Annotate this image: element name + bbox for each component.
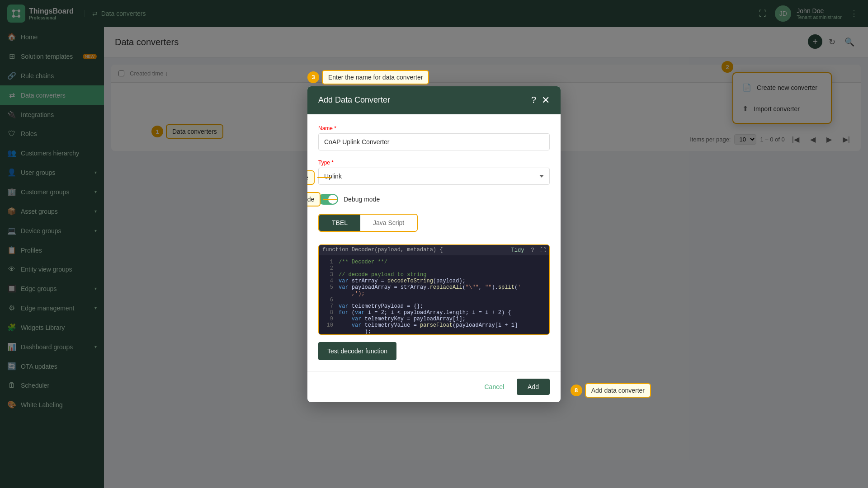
code-editor[interactable]: function Decoder(payload, metadata) { Ti… bbox=[318, 244, 550, 335]
function-type-tabs: TBEL Java Script bbox=[318, 214, 418, 232]
step8-badge: 8 bbox=[571, 385, 582, 396]
step3-badge: 3 bbox=[307, 71, 319, 83]
debug-label: Debug mode bbox=[344, 196, 380, 203]
name-input[interactable] bbox=[318, 133, 550, 150]
expand-icon[interactable]: ⛶ bbox=[540, 247, 546, 253]
modal-body: Name * Type * Uplink Downlink 4 bbox=[307, 114, 561, 371]
code-line-9: 9 var telemetryKey = payloadArray[i]; bbox=[324, 316, 544, 322]
step3-label: Enter the name for data converter bbox=[322, 70, 429, 84]
name-field-group: Name * bbox=[318, 125, 550, 150]
modal-header: Add Data Converter ? ✕ bbox=[307, 86, 561, 114]
test-decoder-button[interactable]: Test decoder function bbox=[318, 342, 396, 360]
tbel-tab[interactable]: TBEL bbox=[319, 215, 360, 231]
cancel-button[interactable]: Cancel bbox=[477, 379, 511, 395]
code-line-8: 8 for (var i = 2; i < payloadArray.lengt… bbox=[324, 310, 544, 316]
code-line-5: 5 var payloadArray = strArray.replaceAll… bbox=[324, 284, 544, 291]
code-line-10b: ); bbox=[324, 328, 544, 335]
code-line-3: 3 // decode payload to string bbox=[324, 272, 544, 278]
code-header: function Decoder(payload, metadata) { Ti… bbox=[319, 245, 549, 255]
code-function-signature: function Decoder(payload, metadata) { bbox=[322, 247, 443, 253]
step5-label: Enable debug mode bbox=[307, 192, 321, 206]
modal-close-button[interactable]: ✕ bbox=[542, 94, 550, 106]
type-field-group: Type * Uplink Downlink 4 Select Uplink t… bbox=[318, 160, 550, 185]
code-line-7: 7 var telemetryPayload = {}; bbox=[324, 303, 544, 310]
javascript-tab[interactable]: Java Script bbox=[360, 215, 417, 231]
code-line-2: 2 bbox=[324, 265, 544, 272]
code-line-4: 4 var strArray = decodeToString(payload)… bbox=[324, 278, 544, 284]
type-select[interactable]: Uplink Downlink bbox=[318, 168, 550, 185]
code-line-1: 1 /** Decoder **/ bbox=[324, 259, 544, 265]
help-icon[interactable]: ? bbox=[531, 247, 534, 253]
modal-header-actions: ? ✕ bbox=[531, 94, 550, 106]
debug-toggle-group: Debug mode 5 Enable debug mode bbox=[318, 194, 550, 205]
modal-help-button[interactable]: ? bbox=[531, 95, 536, 105]
step4-label: Select Uplink type bbox=[307, 170, 315, 185]
type-label: Type * bbox=[318, 160, 550, 166]
code-line-10: 10 var telemetryValue = parseFloat(paylo… bbox=[324, 322, 544, 328]
name-label: Name * bbox=[318, 125, 550, 131]
tidy-button[interactable]: Tidy bbox=[511, 247, 524, 253]
add-data-converter-modal: 3 Enter the name for data converter Add … bbox=[307, 86, 561, 402]
code-line-6: 6 bbox=[324, 297, 544, 303]
add-button-modal[interactable]: Add bbox=[517, 379, 550, 395]
code-line-5b: ,'); bbox=[324, 291, 544, 297]
step8-label: Add data converter bbox=[585, 383, 651, 398]
modal-overlay: 3 Enter the name for data converter Add … bbox=[0, 0, 868, 488]
modal-footer: Cancel Add 8 Add data converter bbox=[307, 371, 561, 402]
modal-title: Add Data Converter bbox=[318, 95, 390, 105]
code-actions: Tidy ? ⛶ bbox=[511, 247, 546, 253]
